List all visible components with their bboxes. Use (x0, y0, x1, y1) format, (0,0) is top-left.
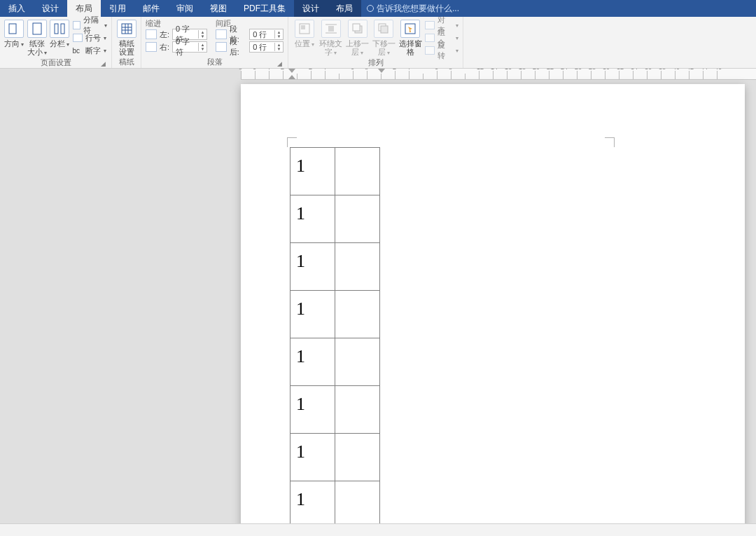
bring-forward-icon (348, 20, 368, 38)
orientation-button[interactable]: 方向 ▾ (4, 18, 24, 49)
wrap-text-button[interactable]: 环绕文字 ▾ (319, 18, 343, 57)
spacing-section-label: 间距 (216, 18, 284, 28)
send-backward-icon (374, 20, 393, 38)
wrap-text-icon (321, 20, 341, 38)
breaks-button[interactable]: 分隔符 ▾ (73, 20, 107, 31)
spacing-before-icon (216, 29, 227, 39)
group-manuscript: 稿纸 设置 稿纸 (112, 17, 141, 68)
table-cell[interactable]: 1 (290, 338, 335, 386)
svg-rect-3 (61, 24, 64, 34)
spacing-before-input[interactable]: 0 行▲▼ (249, 29, 284, 40)
spacing-after-input[interactable]: 0 行▲▼ (249, 41, 284, 53)
svg-rect-17 (381, 26, 388, 33)
manuscript-group-label: 稿纸 (116, 57, 136, 68)
position-icon (295, 20, 314, 38)
table-cell[interactable] (335, 195, 380, 243)
tab-mailings[interactable]: 邮件 (134, 0, 168, 17)
group-paragraph: 缩进 左: 0 字符▲▼ 右: 0 字符▲▼ 间距 段前: 0 行▲▼ (141, 17, 288, 68)
table-cell[interactable] (335, 481, 380, 524)
hanging-indent-marker[interactable] (288, 75, 295, 79)
table-cell[interactable]: 1 (290, 195, 335, 243)
svg-rect-10 (301, 25, 305, 29)
table-row[interactable]: 1 (290, 291, 380, 338)
paragraph-launcher[interactable]: ◢ (275, 60, 284, 68)
orientation-icon (4, 20, 24, 38)
tab-design[interactable]: 设计 (34, 0, 67, 17)
group-arrange: 位置 ▾ 环绕文字 ▾ 上移一层 ▾ 下移一层 ▾ 选择窗格 对齐 ▾ 组合 ▾ (288, 17, 463, 68)
page-size-icon (27, 20, 47, 38)
line-numbers-icon (73, 34, 83, 42)
selection-pane-icon (400, 20, 420, 38)
rotate-button[interactable]: 旋转 ▾ (425, 45, 458, 56)
table-row[interactable]: 1 (290, 195, 380, 243)
table-cell[interactable]: 1 (290, 291, 335, 338)
indent-right-label: 右: (160, 42, 169, 53)
document-page[interactable]: 11111111 (241, 84, 745, 523)
svg-rect-11 (328, 26, 334, 32)
tab-view[interactable]: 视图 (202, 0, 235, 17)
tab-insert[interactable]: 插入 (0, 0, 34, 17)
table-row[interactable]: 1 (290, 481, 380, 524)
rotate-icon (425, 46, 435, 55)
arrange-group-label: 排列 (293, 57, 458, 68)
table-row[interactable]: 1 (290, 148, 380, 195)
tab-table-design[interactable]: 设计 (294, 0, 328, 17)
tell-me-placeholder: 告诉我您想要做什么... (377, 3, 459, 15)
table-cell[interactable] (335, 386, 380, 434)
table-cell[interactable] (335, 434, 380, 481)
page-setup-group-label: 页面设置 ◢ (4, 57, 107, 68)
table-cell[interactable] (335, 243, 380, 291)
table-row[interactable]: 1 (290, 386, 380, 434)
paragraph-group-label: 段落 ◢ (146, 57, 284, 68)
spacing-after-icon (216, 42, 227, 52)
lightbulb-icon (367, 5, 374, 12)
table-cell[interactable]: 1 (290, 148, 335, 195)
tab-pdf-tools[interactable]: PDF工具集 (235, 0, 294, 17)
group-page-setup: 方向 ▾ 纸张大小 ▾ 分栏 ▾ 分隔符 ▾ 行号 ▾ bc断字 ▾ 页面 (0, 17, 112, 68)
ribbon: 方向 ▾ 纸张大小 ▾ 分栏 ▾ 分隔符 ▾ 行号 ▾ bc断字 ▾ 页面 (0, 17, 756, 69)
document-table[interactable]: 11111111 (290, 147, 380, 523)
tab-table-layout[interactable]: 布局 (328, 0, 361, 17)
margin-corner-top-left (287, 137, 297, 147)
breaks-icon (73, 21, 80, 29)
manuscript-settings-button[interactable]: 稿纸 设置 (116, 18, 136, 56)
tab-review[interactable]: 审阅 (168, 0, 202, 17)
table-cell[interactable]: 1 (290, 386, 335, 434)
table-cell[interactable] (335, 291, 380, 338)
page-size-button[interactable]: 纸张大小 ▾ (27, 18, 48, 57)
margin-corner-top-right (605, 137, 615, 147)
hyphenation-icon: bc (73, 47, 83, 55)
spacing-after-label: 段后: (230, 36, 246, 57)
bring-forward-button[interactable]: 上移一层 ▾ (346, 18, 370, 57)
indent-left-icon (146, 29, 157, 39)
table-row[interactable]: 1 (290, 434, 380, 481)
columns-button[interactable]: 分栏 ▾ (50, 18, 70, 49)
send-backward-button[interactable]: 下移一层 ▾ (372, 18, 396, 57)
table-cell[interactable] (335, 148, 380, 195)
line-numbers-button[interactable]: 行号 ▾ (73, 32, 107, 43)
selection-pane-button[interactable]: 选择窗格 (398, 18, 422, 56)
indent-right-input[interactable]: 0 字符▲▼ (172, 41, 207, 53)
hyphenation-button[interactable]: bc断字 ▾ (73, 45, 107, 56)
page-setup-launcher[interactable]: ◢ (99, 60, 107, 68)
first-line-indent-marker[interactable] (288, 69, 295, 73)
status-bar (0, 523, 756, 536)
table-row[interactable]: 1 (290, 243, 380, 291)
table-row[interactable]: 1 (290, 338, 380, 386)
svg-rect-0 (9, 24, 16, 34)
svg-rect-15 (353, 24, 360, 31)
table-cell[interactable] (335, 338, 380, 386)
indent-right-icon (146, 42, 157, 52)
table-cell[interactable]: 1 (290, 481, 335, 524)
group-icon (425, 34, 435, 42)
manuscript-icon (117, 20, 136, 38)
horizontal-ruler[interactable]: 8642246824681214161820222426283032343638… (241, 69, 756, 80)
right-indent-marker[interactable] (378, 69, 385, 73)
align-icon (425, 21, 435, 29)
columns-icon (50, 20, 69, 38)
table-cell[interactable]: 1 (290, 243, 335, 291)
tab-references[interactable]: 引用 (101, 0, 134, 17)
position-button[interactable]: 位置 ▾ (293, 18, 316, 49)
table-cell[interactable]: 1 (290, 434, 335, 481)
document-workspace: 8642246824681214161820222426283032343638… (0, 69, 756, 523)
